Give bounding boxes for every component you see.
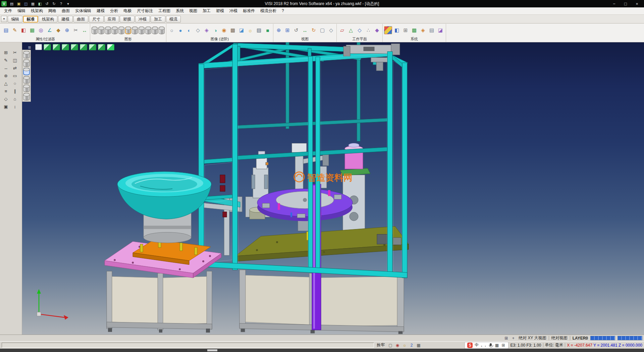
command-prompt-field[interactable] (2, 343, 374, 348)
graphics-layer-icon[interactable] (105, 27, 111, 34)
shade-on-icon[interactable]: ● (176, 26, 184, 34)
workplane-mini-icon[interactable]: ⊞ (503, 336, 509, 341)
sogou-logo[interactable]: S (467, 343, 473, 348)
entity-filter-icon[interactable] (23, 76, 30, 84)
select-icon[interactable]: ⊞ (2, 49, 10, 56)
cut-icon[interactable]: ✂ (11, 49, 19, 56)
view-blank-icon[interactable] (35, 44, 42, 50)
help-icon[interactable]: ? (58, 1, 64, 6)
new-file-icon[interactable]: ▤ (9, 1, 15, 6)
menu-die[interactable]: 冲模 (227, 7, 240, 14)
light-icon[interactable]: ☼ (246, 26, 254, 34)
move-icon[interactable]: ↔ (2, 64, 10, 71)
ime-toolbox-icon[interactable]: ⊞ (500, 343, 506, 348)
graphics-layer-icon[interactable] (145, 27, 151, 34)
menu-system[interactable]: 系统 (173, 7, 186, 14)
filter-wire-icon[interactable]: ∠ (46, 26, 54, 34)
iso-view-cube-icon[interactable] (107, 44, 114, 50)
filter-all-icon[interactable]: ⊕ (63, 26, 71, 34)
iso-view-cube-icon[interactable] (80, 44, 87, 50)
filter-layer-icon[interactable]: ▦ (28, 26, 36, 34)
workplane-xy-icon[interactable]: ▱ (338, 26, 346, 34)
tab-standard[interactable]: 标准 (23, 16, 38, 23)
menu-modeling[interactable]: 建模 (94, 7, 107, 14)
save-icon[interactable]: ◫ (23, 1, 29, 6)
copy-icon[interactable]: ◫ (11, 57, 19, 63)
menu-file[interactable]: 文件 (1, 7, 15, 14)
menu-mold[interactable]: 塑模 (213, 7, 227, 14)
color-palette-icon[interactable] (384, 26, 392, 34)
iso-view-cube-icon[interactable] (53, 44, 60, 50)
viewport[interactable]: ≡ (22, 42, 644, 335)
entity-filter-icon[interactable] (23, 85, 30, 92)
workplane-yz-icon[interactable]: ◇ (356, 26, 364, 34)
ime-keyboard-icon[interactable]: ▦ (494, 343, 499, 348)
rect-icon[interactable]: ▭ (11, 72, 19, 79)
menu-dimension[interactable]: 尺寸标注 (134, 7, 156, 14)
menu-help[interactable]: ? (279, 7, 287, 14)
transparent-icon[interactable]: ◑ (211, 26, 219, 34)
mic-icon[interactable] (488, 343, 493, 348)
shade-edges-icon[interactable]: ◐ (185, 26, 193, 34)
quality-icon[interactable]: ■ (264, 26, 272, 34)
iso-view-cube-icon[interactable] (89, 44, 96, 50)
viewport-3d-scene[interactable]: 智造资料网 (22, 42, 644, 335)
workplane-3pt-icon[interactable]: ∴ (364, 26, 372, 34)
tab-application[interactable]: 应用 (104, 16, 119, 23)
menu-standard-parts[interactable]: 标准件 (240, 7, 258, 14)
circle-icon[interactable]: ○ (11, 80, 19, 87)
draw-icon[interactable]: ✎ (2, 57, 10, 63)
filter-apply-icon[interactable]: ↔ (80, 26, 89, 34)
texture-icon[interactable]: ▩ (229, 26, 237, 34)
database-icon[interactable]: ▤ (428, 26, 436, 34)
grid-icon[interactable]: ▣ (2, 103, 10, 110)
tab-modeling[interactable]: 建模 (58, 16, 73, 23)
list-icon[interactable]: ≡ (2, 88, 10, 94)
iso-view-cube-icon[interactable] (44, 44, 51, 50)
undo-icon[interactable]: ↺ (44, 1, 50, 6)
graphics-layer-icon[interactable] (139, 27, 145, 34)
view-front-icon[interactable]: ▢ (318, 26, 326, 34)
entity-filter-icon[interactable] (23, 68, 30, 75)
tab-surface[interactable]: 曲面 (73, 16, 88, 23)
tab-dropdown-icon[interactable]: ▼ (1, 16, 7, 22)
snap-settings-icon[interactable]: ◈ (419, 26, 427, 34)
minimize-button[interactable]: − (608, 0, 620, 7)
qat-dropdown-icon[interactable]: ▾ (65, 1, 71, 6)
section-icon[interactable]: ◪ (237, 26, 246, 34)
open-folder-icon[interactable]: ▣ (16, 1, 22, 6)
tab-molding[interactable]: 塑膜 (120, 16, 135, 23)
background-icon[interactable]: ▨ (255, 26, 263, 34)
layer-indicator[interactable]: LAYER0 (573, 336, 588, 341)
render-icon[interactable]: ◉ (220, 26, 228, 34)
entity-filter-icon[interactable] (23, 51, 30, 58)
graphics-layer-icon[interactable] (132, 27, 138, 34)
print-icon[interactable]: ▦ (30, 1, 36, 6)
filter-solid-icon[interactable]: ◆ (54, 26, 62, 34)
menu-solid-edit[interactable]: 实体编辑 (72, 7, 94, 14)
keyboard-status-icon[interactable]: ▦ (416, 343, 422, 348)
tab-wireframe[interactable]: 线架构 (39, 16, 57, 23)
session-count[interactable]: 2 (409, 343, 415, 348)
ime-lang-indicator[interactable]: 中 (475, 342, 479, 348)
menu-surface[interactable]: 曲面 (59, 7, 72, 14)
pan-icon[interactable]: ↔ (301, 26, 309, 34)
entity-filter-icon[interactable] (23, 93, 30, 100)
home-icon[interactable]: ⌂ (11, 95, 19, 102)
workplane-xz-icon[interactable]: △ (347, 26, 355, 34)
graphics-layer-icon[interactable] (98, 27, 104, 34)
menu-edit[interactable]: 编辑 (15, 7, 28, 14)
menu-machining[interactable]: 加工 (200, 7, 213, 14)
menu-electrode[interactable]: 电极 (121, 7, 134, 14)
parallel-icon[interactable]: ∥ (11, 88, 19, 94)
delete-icon[interactable]: ⊗ (2, 72, 10, 79)
diamond-icon[interactable]: ◇ (2, 95, 10, 102)
filter-type-icon[interactable]: ◎ (37, 26, 45, 34)
grid-settings-icon[interactable]: ▩ (410, 26, 418, 34)
options-icon[interactable]: ◪ (436, 26, 444, 34)
wireframe-view-icon[interactable]: ◇ (194, 26, 202, 34)
menu-analysis[interactable]: 分析 (107, 7, 121, 14)
maximize-button[interactable]: □ (620, 0, 631, 7)
filter-color-icon[interactable]: ◧ (19, 26, 28, 34)
filter-cut-icon[interactable]: ✂ (72, 26, 80, 34)
